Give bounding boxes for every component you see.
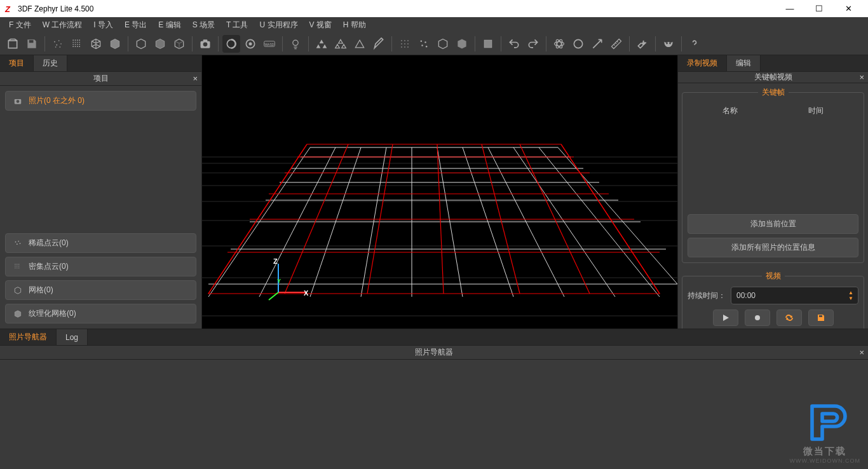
mesh-cube-icon[interactable] <box>87 35 105 53</box>
cube-shaded-icon[interactable] <box>170 35 188 53</box>
svg-rect-26 <box>203 39 208 41</box>
photos-item[interactable]: 照片(0 在之外 0) <box>5 91 196 111</box>
svg-point-45 <box>426 45 428 47</box>
svg-text:WASD: WASD <box>265 42 275 46</box>
triangles-icon[interactable] <box>313 35 330 53</box>
camera-icon[interactable] <box>196 35 214 53</box>
sparse-icon[interactable] <box>49 35 67 53</box>
menu-view[interactable]: V 视窗 <box>304 18 337 32</box>
cube-wire-icon[interactable] <box>132 35 150 53</box>
points2-icon[interactable] <box>415 35 433 53</box>
mesh-item[interactable]: 网格(0) <box>5 280 196 300</box>
svg-point-66 <box>17 268 17 268</box>
vector-icon[interactable] <box>588 35 606 53</box>
close-button[interactable]: ✕ <box>834 0 863 17</box>
svg-point-58 <box>20 243 21 244</box>
left-panel-title-text: 项目 <box>93 73 109 84</box>
sparse-item[interactable]: 稀疏点云(0) <box>5 233 196 253</box>
menu-help[interactable]: H 帮助 <box>338 18 371 32</box>
menu-export[interactable]: E 导出 <box>119 18 152 32</box>
left-panel-close-icon[interactable]: × <box>193 74 198 83</box>
pivot-icon[interactable] <box>241 35 259 53</box>
tab-photo-navigator[interactable]: 照片导航器 <box>0 329 57 345</box>
points1-icon[interactable] <box>396 35 414 53</box>
toolbar: WASD <box>0 32 868 55</box>
menu-edit[interactable]: E 编辑 <box>153 18 186 32</box>
wasd-icon[interactable]: WASD <box>261 35 278 53</box>
menu-file[interactable]: F 文件 <box>4 18 36 32</box>
brush-icon[interactable] <box>370 35 388 53</box>
circle-tool-icon[interactable] <box>569 35 587 53</box>
tab-edit-video[interactable]: 编辑 <box>727 55 761 71</box>
svg-rect-1 <box>29 40 34 43</box>
svg-point-63 <box>17 266 17 266</box>
mesh-small-icon <box>12 286 24 295</box>
cube-solid-icon[interactable] <box>151 35 169 53</box>
minimize-button[interactable]: — <box>775 0 804 17</box>
cube2-icon[interactable] <box>434 35 452 53</box>
menu-scene[interactable]: S 场景 <box>187 18 220 32</box>
wrench-icon[interactable] <box>634 35 651 53</box>
svg-point-6 <box>55 46 57 48</box>
plane-icon[interactable] <box>479 35 497 53</box>
svg-point-32 <box>293 40 298 45</box>
svg-point-39 <box>401 46 402 48</box>
toolbar-separator <box>655 36 656 51</box>
triangle-single-icon[interactable] <box>351 35 369 53</box>
menu-workflow[interactable]: W 工作流程 <box>37 18 88 32</box>
svg-rect-113 <box>819 315 822 317</box>
save-video-button[interactable] <box>808 309 834 326</box>
viewport-3d[interactable]: X Z Y <box>202 55 677 329</box>
svg-point-55 <box>15 241 17 242</box>
cube3-icon[interactable] <box>453 35 471 53</box>
ruler-icon[interactable] <box>607 35 625 53</box>
svg-point-14 <box>77 41 78 43</box>
save-icon[interactable] <box>23 35 41 53</box>
svg-point-51 <box>666 42 668 44</box>
svg-point-37 <box>404 43 405 44</box>
tab-history[interactable]: 历史 <box>34 55 67 71</box>
svg-point-13 <box>75 41 76 43</box>
redo-icon[interactable] <box>524 35 542 53</box>
bottom-panel-close-icon[interactable]: × <box>859 348 864 357</box>
add-current-button[interactable]: 添加当前位置 <box>688 214 858 234</box>
toolbar-separator <box>218 36 219 51</box>
menu-utility[interactable]: U 实用程序 <box>255 18 303 32</box>
play-button[interactable] <box>713 309 738 326</box>
right-panel-close-icon[interactable]: × <box>859 72 864 82</box>
textured-cube-icon[interactable] <box>106 35 124 53</box>
tab-record-video[interactable]: 录制视频 <box>678 55 727 71</box>
orbit-icon[interactable] <box>222 35 240 53</box>
loop-button[interactable] <box>776 309 802 326</box>
dense-item[interactable]: 密集点云(0) <box>5 257 196 276</box>
left-tabs: 项目 历史 <box>0 55 201 72</box>
keyframe-list <box>688 121 858 210</box>
viewport-grid <box>202 55 677 329</box>
atom-icon[interactable] <box>550 35 568 53</box>
menu-tools[interactable]: T 工具 <box>221 18 253 32</box>
svg-point-16 <box>72 44 74 45</box>
light-icon[interactable] <box>287 35 304 53</box>
tab-log[interactable]: Log <box>57 329 88 345</box>
maximize-button[interactable]: ☐ <box>804 0 834 17</box>
record-button[interactable] <box>745 309 770 326</box>
dense-icon[interactable] <box>68 35 86 53</box>
video-group: 视频 持续时间： 00:00 ▲▼ <box>682 271 864 332</box>
menu-import[interactable]: I 导入 <box>88 18 118 32</box>
dense-small-icon <box>12 262 24 271</box>
undo-icon[interactable] <box>505 35 523 53</box>
tab-project[interactable]: 项目 <box>0 55 34 71</box>
textured-item[interactable]: 纹理化网格(0) <box>5 304 196 323</box>
duration-input[interactable]: 00:00 ▲▼ <box>731 287 858 304</box>
svg-point-3 <box>58 40 60 41</box>
right-tabs: 录制视频 编辑 <box>678 55 868 72</box>
new-project-icon[interactable] <box>4 35 22 53</box>
svg-point-20 <box>72 46 74 47</box>
add-all-photos-button[interactable]: 添加所有照片的位置信息 <box>688 238 858 257</box>
left-panel: 项目 历史 项目 × 照片(0 在之外 0) 稀疏点云(0) <box>0 55 202 329</box>
spinner-icon[interactable]: ▲▼ <box>848 290 853 301</box>
svg-point-18 <box>77 44 78 45</box>
help-icon[interactable] <box>686 35 703 53</box>
triangles-outline-icon[interactable] <box>332 35 349 53</box>
mask-icon[interactable] <box>660 35 677 53</box>
